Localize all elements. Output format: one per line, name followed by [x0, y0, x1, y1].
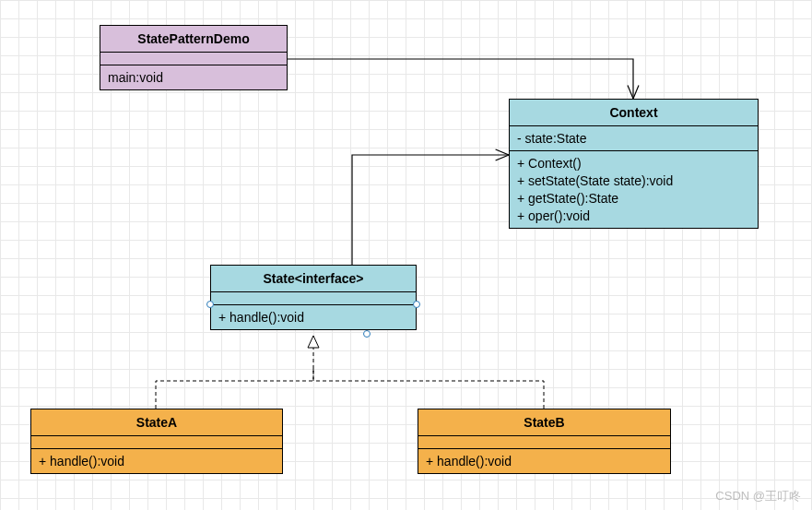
- class-state-b[interactable]: StateB + handle():void: [418, 409, 671, 474]
- class-title: Context: [510, 100, 758, 126]
- assoc-demo-to-context: [288, 59, 633, 99]
- attribute-row: - state:State: [510, 126, 758, 151]
- attributes-compartment: [31, 436, 282, 449]
- method-row: + setState(State state):void: [510, 171, 758, 188]
- realize-state-a: [156, 369, 313, 409]
- class-state-pattern-demo[interactable]: StatePatternDemo main:void: [100, 25, 288, 90]
- method-row: + handle():void: [418, 449, 670, 473]
- port-handle: [363, 330, 371, 338]
- class-state-interface[interactable]: State<interface> + handle():void: [210, 265, 417, 330]
- watermark: CSDN @王叮咚: [715, 488, 801, 504]
- class-title: StatePatternDemo: [100, 26, 287, 53]
- method-row: + oper():void: [510, 206, 758, 228]
- port-handle: [206, 301, 214, 308]
- port-handle: [413, 301, 420, 308]
- class-title: StateB: [418, 409, 670, 436]
- class-title: State<interface>: [211, 266, 416, 292]
- method-row: main:void: [100, 65, 287, 89]
- attributes-compartment: [100, 53, 287, 65]
- attributes-compartment: [418, 436, 670, 449]
- class-context[interactable]: Context - state:State + Context() + setS…: [509, 99, 759, 229]
- method-row: + getState():State: [510, 188, 758, 206]
- class-title: StateA: [31, 409, 282, 436]
- method-row: + handle():void: [211, 305, 416, 329]
- method-row: + Context(): [510, 151, 758, 171]
- attributes-compartment: [211, 292, 416, 305]
- assoc-state-to-context: [352, 155, 509, 265]
- realize-state-b: [313, 369, 544, 409]
- method-row: + handle():void: [31, 449, 282, 473]
- class-state-a[interactable]: StateA + handle():void: [30, 409, 283, 474]
